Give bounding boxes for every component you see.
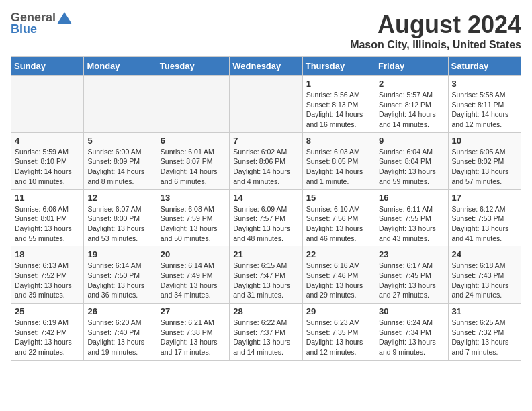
sunrise-label: Sunrise: 6:18 AM <box>452 261 506 269</box>
calendar-day-10: 10 Sunrise: 6:05 AM Sunset: 8:02 PM Dayl… <box>448 132 521 189</box>
day-info: Sunrise: 6:18 AM Sunset: 7:43 PM Dayligh… <box>452 261 517 300</box>
sunrise-label: Sunrise: 6:17 AM <box>379 261 433 269</box>
sunset-label: Sunset: 7:42 PM <box>15 328 67 336</box>
sunrise-label: Sunrise: 6:12 AM <box>452 205 506 213</box>
daylight-label: Daylight: 13 hours and 9 minutes. <box>379 338 436 356</box>
day-info: Sunrise: 6:08 AM Sunset: 7:59 PM Dayligh… <box>161 204 226 244</box>
calendar-day-27: 27 Sunrise: 6:21 AM Sunset: 7:38 PM Dayl… <box>157 304 229 361</box>
sunset-label: Sunset: 7:34 PM <box>379 328 431 336</box>
sunset-label: Sunset: 7:52 PM <box>15 271 67 279</box>
daylight-label: Daylight: 13 hours and 57 minutes. <box>452 167 509 185</box>
day-info: Sunrise: 5:58 AM Sunset: 8:11 PM Dayligh… <box>452 90 517 130</box>
calendar-day-2: 2 Sunrise: 5:57 AM Sunset: 8:12 PM Dayli… <box>375 76 448 133</box>
daylight-label: Daylight: 14 hours and 16 minutes. <box>306 110 363 128</box>
calendar-day-28: 28 Sunrise: 6:22 AM Sunset: 7:37 PM Dayl… <box>230 304 302 361</box>
sunset-label: Sunset: 7:59 PM <box>161 214 213 222</box>
day-info: Sunrise: 5:59 AM Sunset: 8:10 PM Dayligh… <box>15 147 80 187</box>
day-number: 7 <box>233 136 298 146</box>
calendar-day-21: 21 Sunrise: 6:15 AM Sunset: 7:47 PM Dayl… <box>230 246 302 304</box>
day-number: 22 <box>306 249 371 259</box>
day-info: Sunrise: 6:16 AM Sunset: 7:46 PM Dayligh… <box>306 261 371 300</box>
day-info: Sunrise: 6:19 AM Sunset: 7:42 PM Dayligh… <box>15 318 80 357</box>
calendar-day-24: 24 Sunrise: 6:18 AM Sunset: 7:43 PM Dayl… <box>448 246 521 304</box>
day-info: Sunrise: 6:20 AM Sunset: 7:40 PM Dayligh… <box>87 318 152 357</box>
svg-marker-0 <box>57 12 72 24</box>
day-info: Sunrise: 6:03 AM Sunset: 8:05 PM Dayligh… <box>306 147 371 187</box>
daylight-label: Daylight: 13 hours and 43 minutes. <box>379 224 436 242</box>
day-info: Sunrise: 6:02 AM Sunset: 8:06 PM Dayligh… <box>233 147 298 187</box>
day-number: 27 <box>161 306 226 316</box>
sunset-label: Sunset: 7:55 PM <box>379 214 431 222</box>
daylight-label: Daylight: 13 hours and 24 minutes. <box>452 281 509 300</box>
header-monday: Monday <box>84 57 157 76</box>
day-number: 24 <box>452 249 517 259</box>
calendar-day-8: 8 Sunrise: 6:03 AM Sunset: 8:05 PM Dayli… <box>302 132 375 189</box>
daylight-label: Daylight: 13 hours and 29 minutes. <box>306 281 363 300</box>
daylight-label: Daylight: 14 hours and 1 minute. <box>306 167 363 185</box>
header-friday: Friday <box>375 57 448 76</box>
week-row-3: 11 Sunrise: 6:06 AM Sunset: 8:01 PM Dayl… <box>11 189 521 246</box>
sunrise-label: Sunrise: 6:07 AM <box>87 205 141 213</box>
day-number: 14 <box>233 193 298 203</box>
calendar-day-empty <box>11 76 84 133</box>
daylight-label: Daylight: 13 hours and 53 minutes. <box>87 224 144 242</box>
calendar-day-26: 26 Sunrise: 6:20 AM Sunset: 7:40 PM Dayl… <box>84 304 157 361</box>
sunset-label: Sunset: 8:09 PM <box>87 157 140 165</box>
header-saturday: Saturday <box>448 57 521 76</box>
calendar-day-13: 13 Sunrise: 6:08 AM Sunset: 7:59 PM Dayl… <box>157 189 229 246</box>
day-number: 4 <box>15 136 80 146</box>
daylight-label: Daylight: 14 hours and 8 minutes. <box>87 167 144 185</box>
sunrise-label: Sunrise: 6:23 AM <box>306 318 360 326</box>
calendar-table: Sunday Monday Tuesday Wednesday Thursday… <box>11 56 521 361</box>
sunset-label: Sunset: 7:49 PM <box>161 271 213 279</box>
sunrise-label: Sunrise: 5:59 AM <box>15 148 69 156</box>
sunrise-label: Sunrise: 6:24 AM <box>379 318 433 326</box>
sunset-label: Sunset: 8:02 PM <box>452 157 504 165</box>
day-info: Sunrise: 6:21 AM Sunset: 7:38 PM Dayligh… <box>161 318 226 357</box>
sunrise-label: Sunrise: 6:21 AM <box>161 318 214 326</box>
day-info: Sunrise: 6:25 AM Sunset: 7:32 PM Dayligh… <box>452 318 517 357</box>
sunrise-label: Sunrise: 6:14 AM <box>161 261 214 269</box>
sunset-label: Sunset: 7:57 PM <box>233 214 285 222</box>
sunset-label: Sunset: 7:32 PM <box>452 328 504 336</box>
sunset-label: Sunset: 7:47 PM <box>233 271 285 279</box>
daylight-label: Daylight: 13 hours and 19 minutes. <box>87 338 144 356</box>
week-row-2: 4 Sunrise: 5:59 AM Sunset: 8:10 PM Dayli… <box>11 132 521 189</box>
sunset-label: Sunset: 8:07 PM <box>161 157 213 165</box>
calendar-day-5: 5 Sunrise: 6:00 AM Sunset: 8:09 PM Dayli… <box>84 132 157 189</box>
daylight-label: Daylight: 14 hours and 14 minutes. <box>379 110 436 128</box>
daylight-label: Daylight: 13 hours and 55 minutes. <box>15 224 72 242</box>
day-number: 13 <box>161 193 226 203</box>
sunrise-label: Sunrise: 6:14 AM <box>87 261 141 269</box>
sunset-label: Sunset: 8:05 PM <box>306 157 359 165</box>
sunset-label: Sunset: 7:38 PM <box>161 328 213 336</box>
sunrise-label: Sunrise: 6:00 AM <box>87 148 141 156</box>
day-number: 21 <box>233 249 298 259</box>
page-header: General Blue August 2024 Mason City, Ill… <box>11 11 521 51</box>
sunrise-label: Sunrise: 6:10 AM <box>306 205 360 213</box>
daylight-label: Daylight: 14 hours and 4 minutes. <box>233 167 290 185</box>
sunrise-label: Sunrise: 6:25 AM <box>452 318 506 326</box>
main-title: August 2024 <box>350 11 521 39</box>
daylight-label: Daylight: 13 hours and 7 minutes. <box>452 338 509 356</box>
sunset-label: Sunset: 8:01 PM <box>15 214 67 222</box>
sunrise-label: Sunrise: 6:09 AM <box>233 205 287 213</box>
day-info: Sunrise: 6:04 AM Sunset: 8:04 PM Dayligh… <box>379 147 444 187</box>
daylight-label: Daylight: 13 hours and 41 minutes. <box>452 224 509 242</box>
daylight-label: Daylight: 13 hours and 27 minutes. <box>379 281 436 300</box>
daylight-label: Daylight: 13 hours and 59 minutes. <box>379 167 436 185</box>
day-info: Sunrise: 6:13 AM Sunset: 7:52 PM Dayligh… <box>15 261 80 300</box>
header-wednesday: Wednesday <box>230 57 302 76</box>
sunset-label: Sunset: 7:50 PM <box>87 271 140 279</box>
day-number: 16 <box>379 193 444 203</box>
day-info: Sunrise: 6:11 AM Sunset: 7:55 PM Dayligh… <box>379 204 444 244</box>
sunset-label: Sunset: 8:04 PM <box>379 157 431 165</box>
sunrise-label: Sunrise: 6:16 AM <box>306 261 360 269</box>
daylight-label: Daylight: 13 hours and 50 minutes. <box>161 224 218 242</box>
sunset-label: Sunset: 7:45 PM <box>379 271 431 279</box>
day-info: Sunrise: 6:24 AM Sunset: 7:34 PM Dayligh… <box>379 318 444 357</box>
sunrise-label: Sunrise: 6:20 AM <box>87 318 141 326</box>
daylight-label: Daylight: 13 hours and 39 minutes. <box>15 281 72 300</box>
daylight-label: Daylight: 13 hours and 22 minutes. <box>15 338 72 356</box>
day-number: 30 <box>379 306 444 316</box>
